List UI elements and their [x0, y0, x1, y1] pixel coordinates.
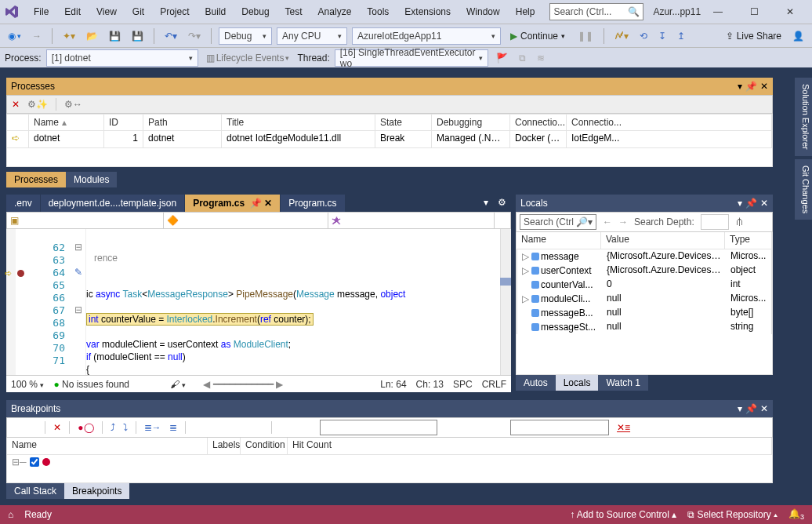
- locals-row[interactable]: messageB...nullbyte[]: [517, 306, 772, 320]
- menu-analyze[interactable]: Analyze: [311, 3, 359, 20]
- config-dropdown[interactable]: Debug▾: [219, 27, 272, 45]
- menu-view[interactable]: View: [89, 3, 124, 20]
- file-tab[interactable]: Program.cs: [281, 195, 344, 212]
- nav-project[interactable]: ▣ IotEdgeModule2▾: [7, 213, 164, 228]
- clear-search-icon[interactable]: ✕≡: [617, 422, 630, 433]
- step-into-icon[interactable]: ↧: [655, 29, 669, 43]
- forward-button[interactable]: →: [29, 29, 45, 43]
- go-to-source-icon[interactable]: ≣→: [144, 422, 161, 433]
- redo-icon[interactable]: ↷▾: [185, 29, 204, 43]
- save-icon[interactable]: 💾: [106, 29, 124, 43]
- notifications-icon[interactable]: 🔔3: [788, 508, 804, 521]
- split-icon[interactable]: ⇆: [495, 213, 510, 228]
- process-dropdown[interactable]: [1] dotnet▾: [46, 49, 198, 67]
- preview-toggle-icon[interactable]: ▾: [479, 195, 493, 212]
- close-icon[interactable]: ✕: [779, 4, 801, 20]
- new-breakpoint-button[interactable]: New ▾: [12, 422, 37, 433]
- step-over-icon[interactable]: ⟲: [636, 29, 651, 43]
- open-icon[interactable]: 📂: [83, 29, 101, 43]
- process-row-item[interactable]: ➪ dotnet 1 dotnet dotnet IotEdgeModule11…: [6, 131, 773, 148]
- pin-icon[interactable]: 📌: [745, 81, 757, 92]
- menu-file[interactable]: File: [27, 3, 56, 20]
- lifecycle-events-button[interactable]: ▥ Lifecycle Events ▾: [203, 51, 293, 65]
- menu-test[interactable]: Test: [278, 3, 310, 20]
- tab-autos[interactable]: Autos: [516, 375, 556, 391]
- back-button[interactable]: ◉ ▾: [5, 29, 24, 43]
- zoom-level[interactable]: 100 % ▾: [11, 379, 44, 390]
- menu-help[interactable]: Help: [509, 3, 542, 20]
- search-depth-input[interactable]: ▾: [701, 214, 729, 230]
- delete-process-icon[interactable]: ✕: [12, 99, 20, 110]
- dropdown-icon[interactable]: ▾: [738, 403, 742, 414]
- new-project-icon[interactable]: ✦▾: [60, 29, 78, 43]
- step-out-icon[interactable]: ↥: [674, 29, 688, 43]
- file-tab[interactable]: deployment.de....template.json: [41, 195, 184, 212]
- search-input[interactable]: Search (Ctrl... 🔍: [549, 3, 643, 20]
- menu-build[interactable]: Build: [198, 3, 234, 20]
- tab-locals[interactable]: Locals: [556, 375, 599, 391]
- settings-gear-icon[interactable]: ⚙: [493, 195, 511, 212]
- undo-icon[interactable]: ↶▾: [161, 29, 180, 43]
- delete-breakpoint-icon[interactable]: ✕: [53, 422, 61, 433]
- tab-watch1[interactable]: Watch 1: [598, 375, 648, 391]
- code-editor[interactable]: ➪ 62⊟6364✎656667⊟68697071 rence ic async…: [6, 229, 511, 375]
- search-prev-icon[interactable]: ←: [603, 217, 612, 227]
- pin-icon[interactable]: 📌: [745, 198, 757, 209]
- add-source-control-button[interactable]: ↑ Add to Source Control ▴: [570, 509, 676, 520]
- tab-solution-explorer[interactable]: Solution Explorer: [795, 78, 812, 156]
- scrollbar-vertical[interactable]: [500, 229, 511, 375]
- flag-icon[interactable]: 🚩: [493, 51, 511, 65]
- platform-dropdown[interactable]: Any CPU▾: [277, 27, 347, 45]
- continue-button[interactable]: ▶Continue▾: [506, 31, 570, 42]
- output-icon[interactable]: ⌂: [8, 509, 13, 520]
- locals-settings-icon[interactable]: ⫛: [735, 217, 745, 227]
- go-to-disasm-icon[interactable]: ≣: [169, 422, 177, 433]
- file-tab[interactable]: .env: [6, 195, 40, 212]
- thread-icon[interactable]: ≋: [534, 51, 548, 65]
- tab-modules[interactable]: Modules: [66, 172, 117, 187]
- maximize-icon[interactable]: ☐: [743, 4, 765, 20]
- import-icon[interactable]: ⤵: [123, 422, 128, 433]
- breakpoint-row[interactable]: ⊟─ Program.cs, line 64 character 13 brea…: [12, 457, 767, 468]
- locals-row[interactable]: messageSt...nullstring: [517, 320, 772, 334]
- close-panel-icon[interactable]: ✕: [760, 403, 768, 414]
- break-all-icon[interactable]: ❚❚: [575, 29, 596, 43]
- startup-dropdown[interactable]: AzureIotEdgeApp11▾: [352, 27, 501, 45]
- nav-class[interactable]: 🔶 IotEdgeModule2.Program▾: [164, 213, 328, 228]
- menu-extensions[interactable]: Extensions: [397, 3, 458, 20]
- tab-breakpoints[interactable]: Breakpoints: [64, 483, 129, 499]
- menu-edit[interactable]: Edit: [57, 3, 88, 20]
- stack-frame-icon[interactable]: ⧉: [516, 51, 529, 65]
- search-next-icon[interactable]: →: [618, 217, 628, 227]
- pin-icon[interactable]: 📌: [745, 403, 757, 414]
- live-share-button[interactable]: ⇪Live Share: [726, 31, 785, 42]
- select-repository-button[interactable]: ⧉ Select Repository ▴: [687, 509, 778, 520]
- export-icon[interactable]: ⤴: [111, 422, 115, 433]
- detach-process-icon[interactable]: ⚙↔: [64, 99, 82, 110]
- screwdriver-icon[interactable]: 🖌 ▾: [170, 379, 186, 390]
- locals-row[interactable]: ▷ userContext{Microsoft.Azure.Devices.Cl…: [517, 264, 772, 278]
- tab-git-changes[interactable]: Git Changes: [795, 159, 812, 220]
- menu-project[interactable]: Project: [153, 3, 196, 20]
- bp-search-input[interactable]: [320, 420, 437, 435]
- menu-git[interactable]: Git: [125, 3, 151, 20]
- attach-process-icon[interactable]: ⚙✨: [27, 99, 48, 110]
- locals-row[interactable]: ▷ moduleCli...nullMicros...: [517, 292, 772, 306]
- menu-debug[interactable]: Debug: [234, 3, 276, 20]
- tab-call-stack[interactable]: Call Stack: [6, 483, 64, 499]
- close-panel-icon[interactable]: ✕: [760, 198, 768, 209]
- breakpoint-checkbox[interactable]: [30, 457, 39, 467]
- menu-window[interactable]: Window: [459, 3, 507, 20]
- thread-dropdown[interactable]: [16] SingleThreadEventExecutor wo▾: [335, 49, 488, 67]
- account-icon[interactable]: 👤: [789, 29, 807, 43]
- file-tab[interactable]: Program.cs 📌 ✕: [185, 195, 280, 212]
- nav-method[interactable]: 🟊PipeMessage(Message message,▾: [328, 213, 495, 228]
- close-panel-icon[interactable]: ✕: [760, 81, 768, 92]
- save-all-icon[interactable]: 💾: [129, 29, 147, 43]
- hot-reload-icon[interactable]: 🗲▾: [611, 29, 632, 43]
- tab-processes[interactable]: Processes: [6, 172, 66, 187]
- locals-search-input[interactable]: Search (Ctrl🔎▾: [520, 214, 596, 230]
- dropdown-icon[interactable]: ▾: [738, 198, 742, 209]
- locals-row[interactable]: counterVal...0int: [517, 278, 772, 292]
- menu-tools[interactable]: Tools: [360, 3, 396, 20]
